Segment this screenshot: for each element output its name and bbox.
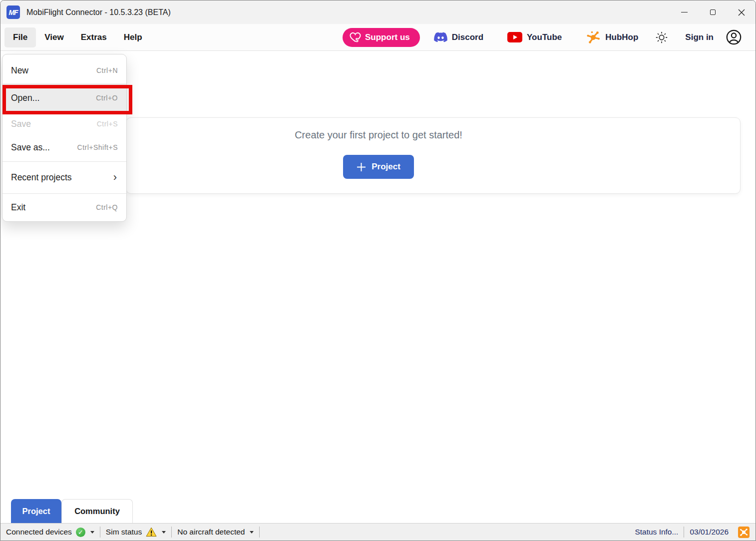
sign-in-label: Sign in <box>685 32 714 42</box>
tab-community[interactable]: Community <box>61 499 133 523</box>
menu-separator <box>2 161 126 162</box>
title-bar: MF MobiFlight Connector - 10.5.3.23 (BET… <box>0 0 756 24</box>
date-label: 03/01/2026 <box>690 528 729 537</box>
heart-dollar-icon: $ <box>349 31 362 43</box>
minimize-icon <box>681 12 688 13</box>
menu-extras[interactable]: Extras <box>72 27 115 47</box>
window-controls <box>670 0 756 24</box>
minimize-button[interactable] <box>670 0 699 24</box>
close-button[interactable] <box>727 0 756 24</box>
maximize-button[interactable] <box>699 0 727 24</box>
file-menu-item-label: Save <box>11 119 31 129</box>
hubhop-link[interactable]: HubHop <box>586 30 638 45</box>
file-menu-item-label: Recent projects <box>11 172 72 183</box>
sim-status-label: Sim status <box>106 528 142 537</box>
file-menu-item-save: Save Ctrl+S <box>2 112 126 135</box>
hubhop-icon <box>586 30 601 45</box>
support-us-button[interactable]: $ Support us <box>343 28 420 47</box>
file-menu-item-new[interactable]: New Ctrl+N <box>2 57 126 83</box>
statusbar-divider <box>259 527 260 538</box>
mobiflight-logo-icon: MF <box>6 5 20 19</box>
menu-separator <box>2 193 126 194</box>
maximize-icon <box>710 9 716 15</box>
status-bar: Connected devices ✓ Sim status No aircra… <box>0 523 756 541</box>
close-icon <box>738 9 745 16</box>
date-field: 03/01/2026 <box>684 528 734 537</box>
menu-help[interactable]: Help <box>115 27 151 47</box>
app-window: MF MobiFlight Connector - 10.5.3.23 (BET… <box>0 0 756 541</box>
youtube-link[interactable]: YouTube <box>507 32 562 42</box>
aircraft-dropdown[interactable]: No aircraft detected <box>172 528 259 537</box>
window-title: MobiFlight Connector - 10.5.3.23 (BETA) <box>26 8 171 17</box>
warning-icon <box>146 527 157 537</box>
youtube-label: YouTube <box>527 32 562 42</box>
file-menu-item-recent-projects[interactable]: Recent projects › <box>2 163 126 191</box>
file-menu-item-exit[interactable]: Exit Ctrl+Q <box>2 195 126 219</box>
file-menu-item-label: New <box>11 65 28 76</box>
caret-down-icon <box>250 531 254 534</box>
discord-label: Discord <box>452 32 483 42</box>
file-menu-item-save-as[interactable]: Save as... Ctrl+Shift+S <box>2 135 126 159</box>
tab-project[interactable]: Project <box>11 499 61 523</box>
discord-link[interactable]: Discord <box>434 32 483 42</box>
user-avatar-icon <box>726 29 742 45</box>
new-project-button-label: Project <box>372 162 400 172</box>
file-menu-dropdown: New Ctrl+N Open... Ctrl+O Save Ctrl+S Sa… <box>2 54 127 222</box>
empty-state-card <box>126 117 741 194</box>
menu-view[interactable]: View <box>36 27 72 47</box>
support-us-label: Support us <box>365 32 410 42</box>
sun-icon <box>655 31 668 44</box>
header-actions: $ Support us Discord YouTube <box>343 28 742 47</box>
caret-down-icon <box>162 531 166 534</box>
status-info-label: Status Info... <box>635 528 678 537</box>
annotation-highlight-open <box>2 85 132 114</box>
menu-file[interactable]: File <box>4 27 36 47</box>
hubhop-label: HubHop <box>605 32 638 42</box>
hubhop-splat-icon <box>740 528 748 537</box>
file-menu-item-shortcut: Ctrl+Shift+S <box>77 143 118 151</box>
connected-devices-label: Connected devices <box>6 528 72 537</box>
empty-state-text: Create your first project to get started… <box>295 129 462 141</box>
plus-icon <box>357 162 366 172</box>
chevron-right-icon: › <box>113 172 117 183</box>
status-info-link[interactable]: Status Info... <box>629 528 684 537</box>
sign-in-button[interactable]: Sign in <box>685 29 742 45</box>
file-menu-item-shortcut: Ctrl+N <box>96 66 118 74</box>
caret-down-icon <box>90 531 94 534</box>
file-menu-item-shortcut: Ctrl+Q <box>96 203 118 211</box>
svg-text:$: $ <box>356 37 359 43</box>
hubhop-status-button[interactable] <box>738 527 750 538</box>
youtube-icon <box>507 32 522 42</box>
new-project-button[interactable]: Project <box>343 155 414 179</box>
theme-toggle-button[interactable] <box>655 31 668 44</box>
sim-status-dropdown[interactable]: Sim status <box>100 527 171 537</box>
aircraft-label: No aircraft detected <box>177 528 245 537</box>
discord-icon <box>434 32 447 42</box>
success-check-icon: ✓ <box>76 528 85 537</box>
menu-bar: File View Extras Help $ Support us Disco… <box>0 24 756 51</box>
bottom-tabs: Project Community <box>11 499 133 523</box>
statusbar-right: Status Info... 03/01/2026 <box>629 527 750 538</box>
file-menu-item-label: Save as... <box>11 142 50 153</box>
file-menu-item-label: Exit <box>11 202 25 213</box>
connected-devices-dropdown[interactable]: Connected devices ✓ <box>0 528 100 537</box>
file-menu-item-shortcut: Ctrl+S <box>97 120 118 128</box>
